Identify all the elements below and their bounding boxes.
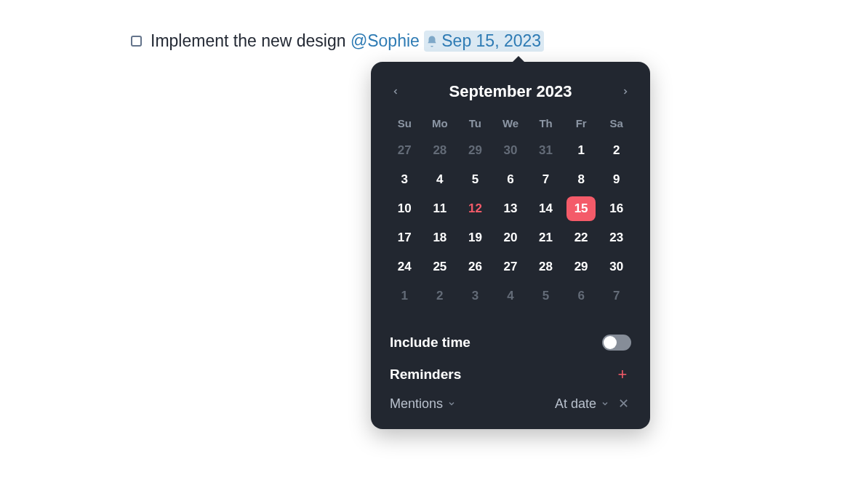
calendar-day[interactable]: 12 (460, 196, 489, 221)
calendar-day[interactable]: 20 (496, 225, 525, 250)
next-month-button[interactable] (617, 83, 634, 100)
calendar-day[interactable]: 5 (460, 167, 489, 192)
weekday-label: Th (539, 117, 552, 129)
calendar-day: 4 (496, 284, 525, 308)
calendar-day[interactable]: 6 (496, 167, 525, 192)
calendar-day[interactable]: 15 (566, 196, 596, 221)
calendar-day[interactable]: 16 (602, 196, 631, 221)
calendar-day[interactable]: 2 (602, 138, 631, 163)
calendar-day: 1 (390, 284, 419, 308)
weekday-label: Su (398, 117, 412, 129)
chevron-down-icon (447, 399, 456, 408)
weekday-label: Tu (469, 117, 481, 129)
calendar-day[interactable]: 27 (496, 255, 525, 279)
calendar-day: 30 (496, 138, 525, 163)
chevron-down-icon (601, 399, 609, 408)
calendar-day[interactable]: 1 (566, 138, 596, 163)
calendar-day[interactable]: 8 (566, 167, 596, 192)
popover-arrow (512, 56, 525, 63)
include-time-toggle[interactable] (602, 335, 631, 351)
weekday-label: We (502, 117, 518, 129)
reminder-type-label: Mentions (390, 396, 443, 412)
calendar-day[interactable]: 25 (425, 255, 454, 279)
weekday-label: Mo (432, 117, 448, 129)
reminders-label: Reminders (390, 367, 461, 383)
calendar-day: 31 (532, 138, 561, 163)
toggle-knob (604, 336, 617, 349)
calendar-day: 6 (566, 284, 596, 308)
date-token[interactable]: Sep 15, 2023 (424, 31, 544, 52)
calendar-day[interactable]: 18 (425, 225, 454, 250)
weekday-label: Fr (576, 117, 587, 129)
mention-token[interactable]: @Sophie (351, 31, 420, 51)
calendar-day: 5 (532, 284, 561, 308)
calendar-day[interactable]: 9 (602, 167, 631, 192)
reminder-when-label: At date (555, 396, 596, 412)
calendar-day: 29 (460, 138, 489, 163)
calendar-day: 2 (425, 284, 454, 308)
calendar-day[interactable]: 3 (390, 167, 419, 192)
reminder-item: Mentions At date ✕ (387, 391, 634, 412)
reminder-type-select[interactable]: Mentions (390, 396, 456, 412)
include-time-label: Include time (390, 335, 470, 351)
reminders-header-row: Reminders + (387, 358, 634, 391)
calendar-day[interactable]: 14 (532, 196, 561, 221)
add-reminder-button[interactable]: + (614, 365, 631, 384)
calendar-day: 3 (460, 284, 489, 308)
date-popover: September 2023 SuMoTuWeThFrSa27282930311… (371, 62, 650, 429)
reminder-when-select[interactable]: At date (555, 396, 609, 412)
calendar-day[interactable]: 4 (425, 167, 454, 192)
calendar-day[interactable]: 26 (460, 255, 489, 279)
calendar-day: 28 (425, 138, 454, 163)
calendar-day[interactable]: 7 (532, 167, 561, 192)
include-time-row: Include time (387, 327, 634, 358)
calendar-day[interactable]: 21 (532, 225, 561, 250)
calendar-day[interactable]: 19 (460, 225, 489, 250)
calendar-day[interactable]: 23 (602, 225, 631, 250)
calendar-grid: SuMoTuWeThFrSa27282930311234567891011121… (387, 117, 634, 308)
task-checkbox[interactable] (131, 36, 142, 47)
task-item: Implement the new design @Sophie Sep 15,… (131, 31, 544, 52)
month-title: September 2023 (449, 82, 572, 101)
calendar-day[interactable]: 17 (390, 225, 419, 250)
calendar-day: 7 (602, 284, 631, 308)
calendar-day[interactable]: 30 (602, 255, 631, 279)
weekday-label: Sa (610, 117, 623, 129)
calendar-day[interactable]: 29 (566, 255, 596, 279)
calendar-day[interactable]: 22 (566, 225, 596, 250)
reminder-bell-icon (425, 35, 438, 48)
calendar-day[interactable]: 10 (390, 196, 419, 221)
calendar-day[interactable]: 24 (390, 255, 419, 279)
calendar-day: 27 (390, 138, 419, 163)
calendar-day[interactable]: 11 (425, 196, 454, 221)
remove-reminder-button[interactable]: ✕ (615, 396, 631, 412)
calendar-day[interactable]: 28 (532, 255, 561, 279)
calendar-day[interactable]: 13 (496, 196, 525, 221)
prev-month-button[interactable] (387, 83, 404, 100)
date-token-label: Sep 15, 2023 (441, 31, 541, 51)
task-text[interactable]: Implement the new design (151, 31, 351, 51)
